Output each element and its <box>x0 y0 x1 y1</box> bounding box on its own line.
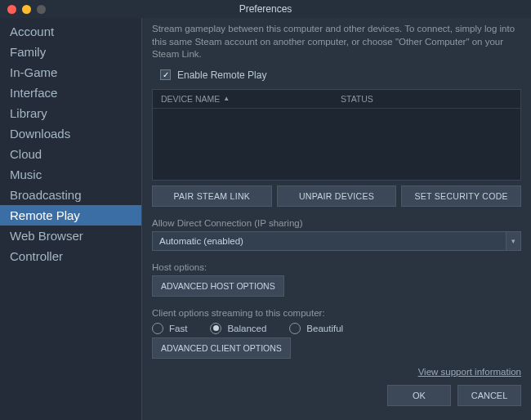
sidebar: AccountFamilyIn-GameInterfaceLibraryDown… <box>0 18 142 420</box>
sidebar-item-cloud[interactable]: Cloud <box>0 144 141 164</box>
sidebar-item-controller[interactable]: Controller <box>0 246 141 266</box>
unpair-devices-button[interactable]: UNPAIR DEVICES <box>277 185 397 207</box>
host-options-label: Host options: <box>152 262 521 272</box>
direct-connection-dropdown[interactable]: Automatic (enabled) ▾ <box>152 231 521 251</box>
minimize-icon[interactable] <box>22 5 31 14</box>
radio-label: Fast <box>169 324 187 333</box>
enable-remote-play-label: Enable Remote Play <box>177 69 266 81</box>
window-title: Preferences <box>0 3 531 15</box>
radio-fast[interactable]: Fast <box>152 323 187 334</box>
device-name-header-label: DEVICE NAME <box>161 94 220 104</box>
sidebar-item-broadcasting[interactable]: Broadcasting <box>0 185 141 205</box>
radio-label: Beautiful <box>306 324 343 333</box>
chevron-down-icon[interactable]: ▾ <box>506 231 521 251</box>
advanced-host-options-button[interactable]: ADVANCED HOST OPTIONS <box>152 275 284 297</box>
client-options-label: Client options streaming to this compute… <box>152 308 521 318</box>
checkbox-checked-icon[interactable]: ✓ <box>160 69 171 80</box>
cancel-button[interactable]: CANCEL <box>457 385 521 406</box>
titlebar: Preferences <box>0 0 531 18</box>
sidebar-item-web-browser[interactable]: Web Browser <box>0 226 141 246</box>
client-quality-radio-group: FastBalancedBeautiful <box>152 323 521 334</box>
device-table-header: DEVICE NAME ▲ STATUS <box>153 90 520 109</box>
description-text: Stream gameplay between this computer an… <box>152 23 521 61</box>
ok-button[interactable]: OK <box>387 385 451 406</box>
advanced-client-options-button[interactable]: ADVANCED CLIENT OPTIONS <box>152 337 291 359</box>
dialog-footer: OK CANCEL <box>152 385 521 406</box>
sidebar-item-family[interactable]: Family <box>0 42 141 62</box>
sidebar-item-remote-play[interactable]: Remote Play <box>0 205 141 226</box>
sidebar-item-library[interactable]: Library <box>0 103 141 123</box>
set-security-code-button[interactable]: SET SECURITY CODE <box>401 185 521 207</box>
device-table-body <box>153 109 520 180</box>
maximize-icon <box>37 5 46 14</box>
action-button-row: PAIR STEAM LINK UNPAIR DEVICES SET SECUR… <box>152 185 521 207</box>
device-name-column[interactable]: DEVICE NAME ▲ <box>161 94 341 104</box>
sidebar-item-music[interactable]: Music <box>0 164 141 185</box>
radio-label: Balanced <box>227 324 266 333</box>
close-icon[interactable] <box>7 5 16 14</box>
sidebar-item-in-game[interactable]: In-Game <box>0 62 141 83</box>
enable-remote-play-row[interactable]: ✓ Enable Remote Play <box>160 69 521 81</box>
main-panel: Stream gameplay between this computer an… <box>142 18 531 420</box>
sidebar-item-account[interactable]: Account <box>0 21 141 42</box>
direct-connection-label: Allow Direct Connection (IP sharing) <box>152 218 521 228</box>
status-column[interactable]: STATUS <box>341 94 512 104</box>
view-support-link[interactable]: View support information <box>152 367 521 377</box>
radio-icon <box>152 323 163 334</box>
radio-icon <box>289 323 301 334</box>
direct-connection-value: Automatic (enabled) <box>152 231 506 251</box>
sidebar-item-interface[interactable]: Interface <box>0 83 141 103</box>
pair-steam-link-button[interactable]: PAIR STEAM LINK <box>152 185 272 207</box>
sort-asc-icon: ▲ <box>223 95 230 102</box>
radio-balanced[interactable]: Balanced <box>210 323 266 334</box>
radio-beautiful[interactable]: Beautiful <box>289 323 343 334</box>
sidebar-item-downloads[interactable]: Downloads <box>0 123 141 144</box>
radio-icon <box>210 323 221 334</box>
device-table: DEVICE NAME ▲ STATUS <box>152 89 521 181</box>
traffic-lights <box>7 5 46 14</box>
